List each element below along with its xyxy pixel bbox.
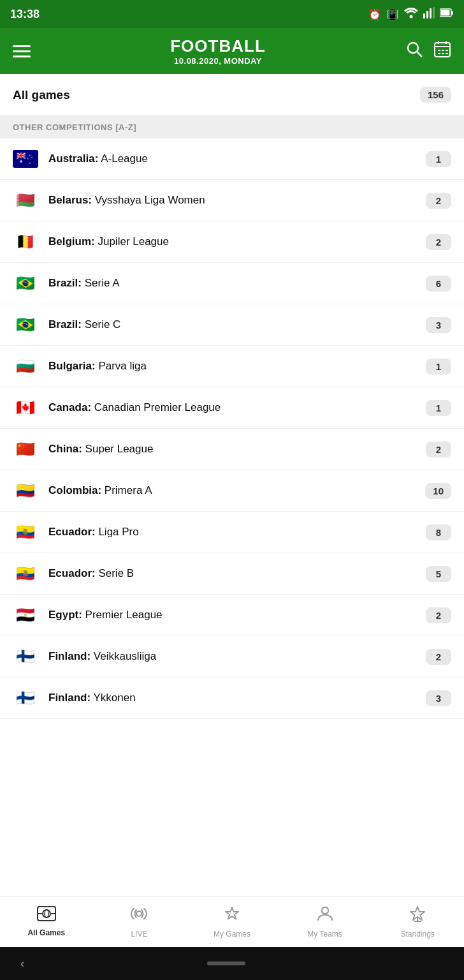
status-bar: 13:38 ⏰ 📳 xyxy=(0,0,464,28)
competition-name: Finland: Ykkonen xyxy=(48,692,136,704)
competition-item[interactable]: China: Super League2 xyxy=(0,429,464,470)
competition-item[interactable]: Brazil: Serie C3 xyxy=(0,304,464,346)
competition-name: Ecuador: Liga Pro xyxy=(48,526,139,538)
competition-name: Ecuador: Serie B xyxy=(48,567,134,579)
competition-count: 1 xyxy=(426,400,451,416)
country-flag xyxy=(13,565,38,583)
competition-item[interactable]: Belarus: Vysshaya Liga Women2 xyxy=(0,180,464,221)
competition-item[interactable]: Canada: Canadian Premier League1 xyxy=(0,387,464,429)
standings-nav-label: Standings xyxy=(400,930,434,939)
competition-item[interactable]: Ecuador: Serie B5 xyxy=(0,553,464,595)
competition-count: 2 xyxy=(426,193,451,209)
back-button[interactable]: ‹ xyxy=(15,952,29,976)
bottom-nav: All Games LIVE My Games My xyxy=(0,896,464,947)
country-flag xyxy=(13,357,38,375)
header: FOOTBALL 10.08.2020, MONDAY xyxy=(0,28,464,74)
header-title: FOOTBALL 10.08.2020, MONDAY xyxy=(170,36,266,66)
competition-name: Belgium: Jupiler League xyxy=(48,235,169,248)
all-games-label: All games xyxy=(13,88,70,102)
competition-info: Ecuador: Liga Pro xyxy=(48,526,426,538)
competition-count: 3 xyxy=(426,317,451,333)
competition-count: 1 xyxy=(426,151,451,167)
competition-item[interactable]: Belgium: Jupiler League2 xyxy=(0,221,464,263)
all-games-nav-icon xyxy=(37,906,56,926)
svg-rect-6 xyxy=(441,10,450,16)
android-nav-bar: ‹ xyxy=(0,947,464,980)
all-games-nav-label: All Games xyxy=(27,928,65,937)
competition-count: 5 xyxy=(426,566,451,582)
competition-item[interactable]: Bulgaria: Parva liga1 xyxy=(0,346,464,387)
competition-item[interactable]: Finland: Ykkonen3 xyxy=(0,678,464,719)
competition-item[interactable]: Ecuador: Liga Pro8 xyxy=(0,512,464,553)
competition-item[interactable]: Australia: A-League1 xyxy=(0,138,464,180)
all-games-count: 156 xyxy=(420,87,451,103)
header-date: 10.08.2020, MONDAY xyxy=(170,56,266,66)
country-flag xyxy=(13,150,38,168)
menu-button[interactable] xyxy=(13,45,31,57)
svg-rect-3 xyxy=(430,8,431,19)
svg-rect-1 xyxy=(423,13,425,19)
competition-count: 6 xyxy=(426,276,451,292)
competition-name: Belarus: Vysshaya Liga Women xyxy=(48,194,205,206)
svg-point-21 xyxy=(43,910,50,917)
country-flag xyxy=(13,689,38,707)
country-flag xyxy=(13,648,38,665)
competition-info: Brazil: Serie C xyxy=(48,318,426,331)
country-flag xyxy=(13,440,38,458)
competition-count: 2 xyxy=(426,442,451,457)
competition-name: Colombia: Primera A xyxy=(48,484,152,496)
competition-info: Australia: A-League xyxy=(48,152,426,165)
competition-info: China: Super League xyxy=(48,443,426,456)
competition-item[interactable]: Finland: Veikkausliiga2 xyxy=(0,636,464,678)
country-flag xyxy=(13,233,38,251)
sport-title: FOOTBALL xyxy=(170,36,266,56)
search-icon[interactable] xyxy=(405,40,423,62)
competition-name: China: Super League xyxy=(48,443,153,455)
nav-my-games[interactable]: My Games xyxy=(185,898,279,945)
my-games-nav-label: My Games xyxy=(214,930,250,939)
nav-my-teams[interactable]: My Teams xyxy=(279,898,372,945)
header-actions xyxy=(405,40,451,62)
calendar-icon[interactable] xyxy=(433,40,451,62)
nav-live[interactable]: LIVE xyxy=(93,898,186,945)
competition-info: Bulgaria: Parva liga xyxy=(48,360,426,373)
competition-count: 3 xyxy=(426,690,451,706)
competition-info: Belarus: Vysshaya Liga Women xyxy=(48,194,426,207)
competition-info: Ecuador: Serie B xyxy=(48,567,426,580)
svg-point-0 xyxy=(410,15,413,19)
competition-count: 2 xyxy=(426,234,451,250)
status-time: 13:38 xyxy=(10,8,40,21)
competition-info: Canada: Canadian Premier League xyxy=(48,401,426,414)
competition-info: Brazil: Serie A xyxy=(48,277,426,290)
competition-item[interactable]: Colombia: Primera A10 xyxy=(0,470,464,512)
nav-standings[interactable]: Standings xyxy=(371,898,464,945)
wifi-icon xyxy=(404,7,418,21)
home-indicator[interactable] xyxy=(207,961,245,965)
competition-name: Australia: A-League xyxy=(48,152,148,165)
my-teams-nav-label: My Teams xyxy=(307,930,342,939)
competition-info: Belgium: Jupiler League xyxy=(48,235,426,248)
country-flag xyxy=(13,274,38,292)
svg-point-25 xyxy=(136,911,141,916)
competition-name: Finland: Veikkausliiga xyxy=(48,650,156,662)
svg-rect-7 xyxy=(451,11,453,15)
alarm-icon: ⏰ xyxy=(368,8,381,20)
competition-name: Bulgaria: Parva liga xyxy=(48,360,147,372)
svg-rect-2 xyxy=(426,11,428,19)
competition-info: Egypt: Premier League xyxy=(48,609,426,621)
my-teams-nav-icon xyxy=(316,905,334,927)
competition-name: Brazil: Serie C xyxy=(48,318,120,330)
competition-item[interactable]: Brazil: Serie A6 xyxy=(0,263,464,304)
live-nav-label: LIVE xyxy=(131,930,147,939)
svg-point-8 xyxy=(408,43,418,53)
live-nav-icon xyxy=(130,905,148,927)
section-header: OTHER COMPETITIONS [A-Z] xyxy=(0,116,464,138)
competition-item[interactable]: Egypt: Premier League2 xyxy=(0,595,464,636)
competition-count: 1 xyxy=(426,359,451,375)
country-flag xyxy=(13,523,38,541)
competition-info: Finland: Ykkonen xyxy=(48,692,426,704)
country-flag xyxy=(13,482,38,500)
my-games-nav-icon xyxy=(223,905,241,927)
all-games-row[interactable]: All games 156 xyxy=(0,74,464,116)
nav-all-games[interactable]: All Games xyxy=(0,900,93,944)
